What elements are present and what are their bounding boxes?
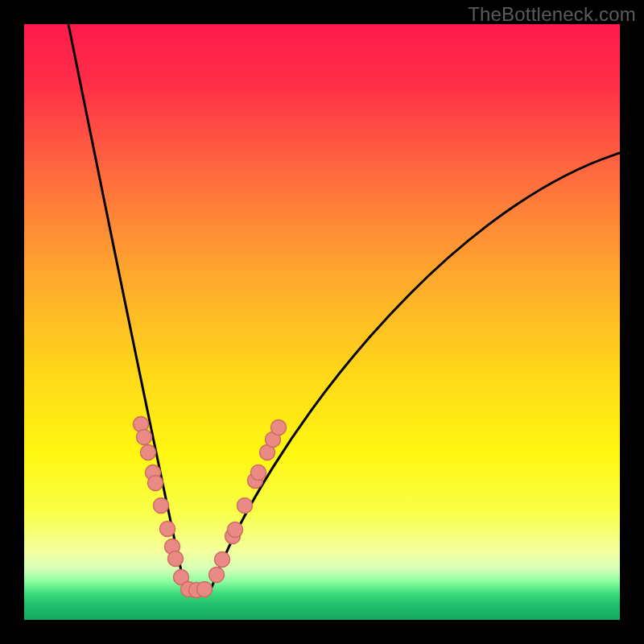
curve-marker	[271, 420, 287, 436]
curve-marker	[160, 522, 175, 537]
curve-markers	[134, 417, 287, 598]
curve-marker	[215, 552, 230, 568]
curve-marker	[237, 498, 253, 514]
plot-area	[24, 24, 620, 620]
curve-layer	[24, 24, 620, 620]
curve-marker	[209, 568, 225, 583]
chart-stage: TheBottleneck.com	[0, 0, 644, 644]
curve-marker	[137, 430, 152, 445]
curve-marker	[228, 522, 243, 538]
curve-marker	[141, 445, 156, 460]
curve-marker	[251, 465, 266, 481]
watermark-text: TheBottleneck.com	[468, 3, 636, 26]
curve-marker	[154, 498, 169, 514]
bottleneck-curve	[68, 24, 620, 589]
curve-marker	[168, 551, 184, 567]
curve-marker	[197, 582, 213, 597]
curve-marker	[148, 476, 163, 491]
